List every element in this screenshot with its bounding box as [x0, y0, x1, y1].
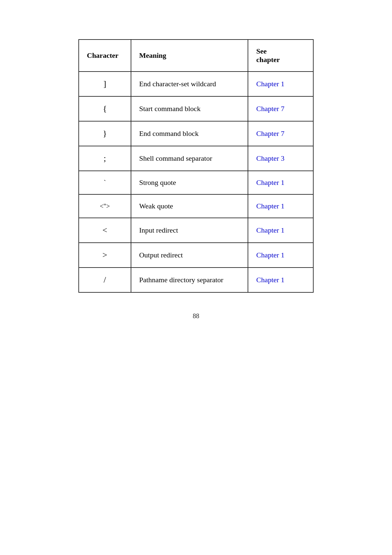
table-row: < Input redirect Chapter 1 [79, 218, 313, 243]
cell-chapter[interactable]: Chapter 7 [248, 96, 313, 121]
table-row: { Start command block Chapter 7 [79, 96, 313, 121]
page-container: Character Meaning See chapter ] End char… [0, 0, 392, 555]
table-row: <"> Weak quote Chapter 1 [79, 194, 313, 218]
cell-character: > [79, 243, 131, 268]
cell-meaning: Strong quote [131, 171, 248, 194]
cell-chapter[interactable]: Chapter 7 [248, 121, 313, 146]
table-row: > Output redirect Chapter 1 [79, 243, 313, 268]
cell-chapter[interactable]: Chapter 1 [248, 218, 313, 243]
header-character: Character [79, 40, 131, 72]
page-number: 88 [193, 312, 199, 320]
cell-chapter[interactable]: Chapter 1 [248, 268, 313, 292]
cell-meaning: End character-set wildcard [131, 72, 248, 96]
reference-table: Character Meaning See chapter ] End char… [78, 39, 314, 293]
table-row: } End command block Chapter 7 [79, 121, 313, 146]
cell-meaning: Start command block [131, 96, 248, 121]
cell-chapter[interactable]: Chapter 1 [248, 243, 313, 268]
table-row: ] End character-set wildcard Chapter 1 [79, 72, 313, 96]
cell-character: < [79, 218, 131, 243]
cell-chapter[interactable]: Chapter 3 [248, 146, 313, 171]
cell-chapter[interactable]: Chapter 1 [248, 194, 313, 218]
table-wrapper: Character Meaning See chapter ] End char… [78, 39, 314, 293]
cell-meaning: Weak quote [131, 194, 248, 218]
table-header-row: Character Meaning See chapter [79, 40, 313, 72]
table-row: ` Strong quote Chapter 1 [79, 171, 313, 194]
cell-chapter[interactable]: Chapter 1 [248, 72, 313, 96]
cell-character: } [79, 121, 131, 146]
cell-character: ; [79, 146, 131, 171]
cell-meaning: End command block [131, 121, 248, 146]
cell-character: { [79, 96, 131, 121]
cell-meaning: Input redirect [131, 218, 248, 243]
cell-character: ` [79, 171, 131, 194]
table-row: / Pathname directory separator Chapter 1 [79, 268, 313, 292]
header-meaning: Meaning [131, 40, 248, 72]
cell-meaning: Output redirect [131, 243, 248, 268]
cell-meaning: Pathname directory separator [131, 268, 248, 292]
table-row: ; Shell command separator Chapter 3 [79, 146, 313, 171]
cell-character: ] [79, 72, 131, 96]
cell-character: / [79, 268, 131, 292]
cell-character: <"> [79, 194, 131, 218]
header-see-chapter: See chapter [248, 40, 313, 72]
cell-chapter[interactable]: Chapter 1 [248, 171, 313, 194]
cell-meaning: Shell command separator [131, 146, 248, 171]
